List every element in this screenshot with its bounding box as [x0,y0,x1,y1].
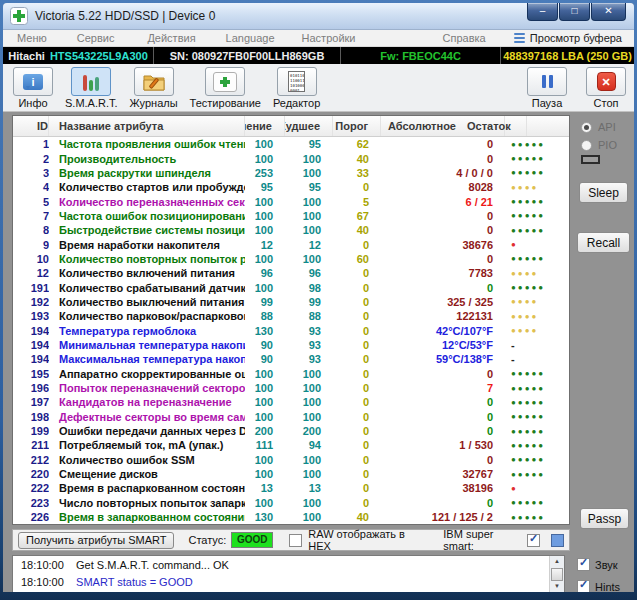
column-header-value[interactable]: Значение [245,116,285,136]
table-row[interactable]: 8Быстродействие системы позицио...100100… [13,223,569,237]
toolbar-journals-button[interactable]: Журналы [130,67,178,111]
scroll-thumb[interactable] [551,568,563,581]
column-header-threshold[interactable]: Порог [333,116,381,136]
passp-button[interactable]: Passp [580,508,629,529]
toolbar-editor-button[interactable]: 010110 110011 101000 0001 Редактор [273,67,320,111]
table-row[interactable]: 194Минимальная температура накопи...9093… [13,338,569,352]
minimize-button[interactable]: – [527,3,558,21]
table-row[interactable]: 194Максимальная температура накоп...9093… [13,352,569,366]
close-button[interactable]: ✕ [591,3,626,21]
table-row[interactable]: 198Дефектные секторы во время сам...1001… [13,410,569,424]
sound-checkbox[interactable] [577,558,590,571]
hints-checkbox[interactable] [577,580,590,592]
table-row[interactable]: 196Попыток переназначений секторов100100… [13,381,569,395]
table-row[interactable]: 220Смещение дисков100100032767●●●●● [13,467,569,481]
table-row[interactable]: 192Количество выключений питания +...999… [13,295,569,309]
table-row[interactable]: 194Температура гермоблока13093042°C/107°… [13,323,569,337]
api-radio[interactable]: API [581,121,616,133]
attr-id-cell: 192 [13,296,49,308]
attr-value-cell: 100 [245,368,285,380]
menu-item-menu[interactable]: Меню [17,32,47,44]
scroll-down-arrow[interactable]: ▼ [550,581,564,592]
table-row[interactable]: 2Производительность100100400●●●●● [13,151,569,165]
attr-name-cell: Количество повторных попыток р... [49,253,245,265]
sleep-button[interactable]: Sleep [579,182,628,203]
column-header-name[interactable]: Название атрибута [49,116,245,136]
toolbar-stop-button[interactable]: ✕ Стоп [586,67,626,109]
table-row[interactable]: 211Потребляемый ток, mA (упак.)1119401 /… [13,438,569,452]
sound-checkbox-row[interactable]: Звук [577,558,618,571]
maximize-button[interactable]: □ [559,3,590,21]
table-row[interactable]: 4Количество стартов или пробужде...95950… [13,180,569,194]
table-row[interactable]: 197Кандидатов на переназначение10010000●… [13,395,569,409]
table-body: 1Частота проявления ошибок чтения1009562… [13,137,569,524]
attr-absolute-cell: 0 [381,497,505,509]
attr-value-cell: 90 [245,339,285,351]
health-dots: ●●●●● [505,369,570,378]
get-smart-button[interactable]: Получить атрибуты SMART [18,532,174,549]
attr-worst-cell: 99 [285,296,333,308]
column-header-health[interactable]: Остаток [461,116,527,136]
log-scrollbar[interactable]: ▲ ▼ [549,556,564,592]
attr-name-cell: Быстродействие системы позицио... [49,224,245,236]
ibm-super-smart-checkbox[interactable] [527,534,540,547]
attr-name-cell: Число повторных попыток запарк... [49,497,245,509]
toolbar-pause-button[interactable]: Пауза [527,67,567,109]
menu-item-help[interactable]: Справка [443,32,486,44]
attr-value-cell: 100 [245,282,285,294]
table-row[interactable]: 195Аппаратно скорректированные ош...1001… [13,367,569,381]
ibm-color-indicator[interactable] [551,534,564,547]
health-dots: ●●●●● [505,197,570,206]
hints-checkbox-row[interactable]: Hints [577,580,620,592]
pio-radio[interactable]: PIO [581,139,617,151]
column-header-worst[interactable]: Худшее [285,116,333,136]
menu-item-settings[interactable]: Настройки [302,32,356,44]
health-dots: ●●●●● [505,226,570,235]
table-row[interactable]: 212Количество ошибок SSM10010000●●●●● [13,453,569,467]
table-row[interactable]: 3Время раскрутки шпинделя253100334 / 0 /… [13,166,569,180]
table-row[interactable]: 223Число повторных попыток запарк...1001… [13,496,569,510]
table-row[interactable]: 193Количество парковок/распарковок888801… [13,309,569,323]
table-row[interactable]: 12Количество включений питания969607783●… [13,266,569,280]
attr-value-cell: 90 [245,353,285,365]
recall-button[interactable]: Recall [577,232,630,253]
column-header-id[interactable]: ID [13,116,49,136]
attr-absolute-cell: 12°C/53°F [381,339,505,351]
attr-id-cell: 194 [13,339,49,351]
attr-value-cell: 200 [245,425,285,437]
device-firmware: Fw: FBEOC44C [380,50,461,62]
attr-absolute-cell: 4 / 0 / 0 [381,167,505,179]
menu-item-language[interactable]: Language [226,32,275,44]
attr-value-cell: 100 [245,382,285,394]
attr-worst-cell: 98 [285,282,333,294]
window-controls: – □ ✕ [527,3,626,21]
smart-status-bar: Получить атрибуты SMART Статус: GOOD RAW… [12,529,570,551]
table-row[interactable]: 226Время в запаркованном состоянии130100… [13,510,569,524]
health-dots: ●●●●● [505,513,570,522]
scroll-up-arrow[interactable]: ▲ [550,556,564,567]
attr-absolute-cell: 0 [381,368,505,380]
attr-name-cell: Количество включений питания [49,267,245,279]
attr-name-cell: Количество переназначенных сект... [49,196,245,208]
table-row[interactable]: 7Частота ошибок позиционирования10010067… [13,209,569,223]
table-row[interactable]: 10Количество повторных попыток р...10010… [13,252,569,266]
table-row[interactable]: 9Время наработки накопителя1212038676● [13,237,569,251]
table-row[interactable]: 199Ошибки передачи данных через D...2002… [13,424,569,438]
raw-hex-checkbox[interactable] [289,534,302,547]
menu-item-service[interactable]: Сервис [77,32,115,44]
health-dots: ●●●● [505,183,570,192]
attr-value-cell: 130 [245,511,285,523]
table-row[interactable]: 1Частота проявления ошибок чтения1009562… [13,137,569,151]
menu-item-actions[interactable]: Действия [147,32,195,44]
table-row[interactable]: 222Время в распаркованном состоянии13130… [13,481,569,495]
toolbar-info-button[interactable]: i Инфо [13,67,53,111]
title-bar[interactable]: Victoria 5.22 HDD/SSD | Device 0 – □ ✕ [3,3,634,30]
attr-threshold-cell: 0 [333,325,381,337]
buffer-view-button[interactable]: Просмотр буфера [514,32,622,44]
toolbar-smart-button[interactable]: S.M.A.R.T. [65,67,118,111]
device-capacity-segment: 488397168 LBA (250 GB) [500,47,634,64]
attr-value-cell: 100 [245,396,285,408]
table-row[interactable]: 5Количество переназначенных сект...10010… [13,194,569,208]
table-row[interactable]: 191Количество срабатываний датчика...100… [13,280,569,294]
toolbar-testing-button[interactable]: Тестирование [190,67,261,111]
